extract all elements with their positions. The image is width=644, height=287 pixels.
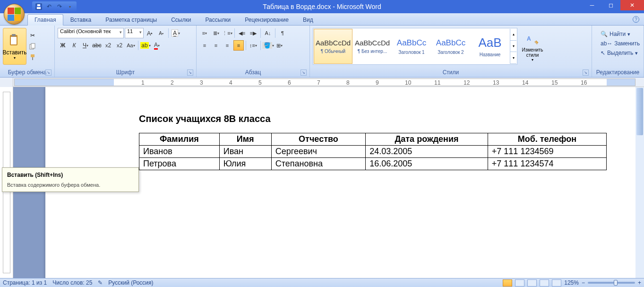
status-words[interactable]: Число слов: 25 <box>52 279 92 286</box>
status-proofing-icon[interactable]: ✎ <box>98 279 103 286</box>
find-button[interactable]: 🔍Найти ▾ <box>599 30 642 38</box>
window-title: Таблица в Ворде.docx - Microsoft Word <box>263 3 381 10</box>
font-color-icon[interactable]: A <box>152 40 162 51</box>
copy-icon[interactable] <box>27 41 38 52</box>
group-styles: AaBbCcDd¶ ОбычныйAaBbCcDd¶ Без интер...A… <box>310 26 592 77</box>
zoom-value[interactable]: 125% <box>564 279 579 286</box>
office-button[interactable] <box>4 4 25 25</box>
grow-font-icon[interactable]: A▴ <box>145 28 155 38</box>
italic-icon[interactable]: К <box>69 40 79 51</box>
tab-Разметка страницы[interactable]: Разметка страницы <box>98 14 164 25</box>
superscript-icon[interactable]: x2 <box>114 40 125 51</box>
view-print-layout[interactable] <box>503 279 512 287</box>
sort-icon[interactable]: A↓ <box>263 28 273 38</box>
zoom-out-icon[interactable]: − <box>582 279 585 286</box>
format-painter-icon[interactable] <box>27 52 38 62</box>
tab-Рецензирование[interactable]: Рецензирование <box>238 14 296 25</box>
zoom-in-icon[interactable]: + <box>638 279 641 286</box>
tab-Ссылки[interactable]: Ссылки <box>164 14 198 25</box>
paste-button[interactable]: Вставить ▾ <box>3 28 26 65</box>
svg-rect-9 <box>32 57 33 60</box>
view-web[interactable] <box>527 279 537 287</box>
tab-Вид[interactable]: Вид <box>296 14 320 25</box>
style-item[interactable]: AaBbCcЗаголовок 2 <box>431 29 470 64</box>
table-header[interactable]: Дата рождения <box>366 133 488 146</box>
shading-icon[interactable]: 🪣 <box>263 40 273 51</box>
vertical-scrollbar[interactable] <box>635 87 644 278</box>
table-header[interactable]: Фамилия <box>139 133 220 146</box>
styles-launcher[interactable]: ↘ <box>583 70 589 76</box>
table-header[interactable]: Имя <box>219 133 271 146</box>
document-area: Список учащихся 8В класса ФамилияИмяОтче… <box>0 87 644 278</box>
style-item[interactable]: AaBbCcЗаголовок 1 <box>392 29 431 64</box>
status-page[interactable]: Страница: 1 из 1 <box>3 279 47 286</box>
para-launcher[interactable]: ↘ <box>301 70 307 76</box>
highlight-icon[interactable]: ab <box>140 40 151 51</box>
underline-icon[interactable]: Ч <box>80 40 91 51</box>
svg-rect-7 <box>31 43 35 48</box>
view-draft[interactable] <box>552 279 561 287</box>
status-lang[interactable]: Русский (Россия) <box>108 279 153 286</box>
redo-icon[interactable]: ↷ <box>56 3 63 10</box>
quick-access-toolbar: ↶ ↷ <box>32 1 77 12</box>
view-outline[interactable] <box>540 279 549 287</box>
qat-dropdown-icon[interactable] <box>66 3 74 10</box>
minimize-button[interactable]: ─ <box>583 0 601 10</box>
save-icon[interactable] <box>35 3 43 10</box>
align-center-icon[interactable]: ≡ <box>211 40 221 51</box>
tab-Вставка[interactable]: Вставка <box>63 14 99 25</box>
change-styles-button[interactable]: A Изменить стили ▾ <box>518 28 547 65</box>
change-case-icon[interactable]: Aa <box>126 40 136 51</box>
table-header[interactable]: Моб. телефон <box>488 133 606 146</box>
styles-gallery[interactable]: AaBbCcDd¶ ОбычныйAaBbCcDd¶ Без интер...A… <box>313 28 517 65</box>
gallery-down-icon[interactable]: ▾ <box>510 41 516 52</box>
cut-icon[interactable]: ✂ <box>27 30 38 41</box>
ribbon: Вставить ▾ ✂ Буфер обмена↘ Calibri (Осно… <box>0 26 644 78</box>
doc-table[interactable]: ФамилияИмяОтчествоДата рожденияМоб. теле… <box>139 133 607 170</box>
view-full-screen[interactable] <box>515 279 524 287</box>
help-icon[interactable]: ? <box>633 16 639 23</box>
paste-tooltip: Вставить (Shift+Ins) Вставка содержимого… <box>2 167 139 192</box>
gallery-more-icon[interactable]: ▾ <box>510 52 516 64</box>
gallery-up-icon[interactable]: ▴ <box>510 29 516 41</box>
increase-indent-icon[interactable]: ≡▶ <box>248 28 258 38</box>
bold-icon[interactable]: Ж <box>58 40 68 51</box>
tooltip-body: Вставка содержимого буфера обмена. <box>7 182 134 188</box>
numbering-icon[interactable]: ≣ <box>211 28 221 38</box>
table-row[interactable]: ИвановИванСергеевич24.03.2005+7 111 1234… <box>139 146 607 158</box>
tab-Главная[interactable]: Главная <box>27 14 63 26</box>
align-right-icon[interactable]: ≡ <box>222 40 232 51</box>
style-item[interactable]: AaBНазвание <box>471 29 509 64</box>
justify-icon[interactable]: ≡ <box>233 40 244 51</box>
font-size-select[interactable]: 11 <box>125 28 144 38</box>
style-item[interactable]: AaBbCcDd¶ Без интер... <box>353 29 392 64</box>
show-marks-icon[interactable]: ¶ <box>277 28 288 38</box>
close-button[interactable]: ✕ <box>620 0 644 10</box>
line-spacing-icon[interactable]: ↕≡ <box>248 40 258 51</box>
zoom-slider[interactable] <box>588 282 635 284</box>
style-item[interactable]: AaBbCcDd¶ Обычный <box>314 29 352 64</box>
table-header[interactable]: Отчество <box>271 133 365 146</box>
subscript-icon[interactable]: x2 <box>103 40 113 51</box>
multilevel-icon[interactable]: ⋮≡ <box>222 28 232 38</box>
bullets-icon[interactable]: ≡ <box>199 28 210 38</box>
select-button[interactable]: ↖Выделить ▾ <box>599 49 642 57</box>
decrease-indent-icon[interactable]: ◀≡ <box>237 28 247 38</box>
tab-Рассылки[interactable]: Рассылки <box>198 14 238 25</box>
shrink-font-icon[interactable]: A▾ <box>156 28 166 38</box>
doc-heading[interactable]: Список учащихся 8В класса <box>139 113 626 124</box>
strike-icon[interactable]: abc <box>92 40 102 51</box>
clipboard-launcher[interactable]: ↘ <box>45 70 52 76</box>
horizontal-ruler[interactable]: 3211234567891011121314151617 <box>14 78 635 86</box>
align-left-icon[interactable]: ≡ <box>199 40 210 51</box>
table-row[interactable]: ПетроваЮлияСтепановна16.06.2005+7 111 12… <box>139 158 607 170</box>
maximize-button[interactable]: ◻ <box>601 0 620 10</box>
clear-format-icon[interactable]: A̲ <box>171 28 181 38</box>
font-name-select[interactable]: Calibri (Основной тек <box>58 28 124 38</box>
undo-icon[interactable]: ↶ <box>45 3 53 10</box>
replace-button[interactable]: ab↔Заменить <box>599 39 642 48</box>
svg-rect-4 <box>11 37 17 44</box>
borders-icon[interactable]: ⊞ <box>274 40 284 51</box>
font-launcher[interactable]: ↘ <box>187 70 193 76</box>
svg-rect-2 <box>37 4 40 6</box>
